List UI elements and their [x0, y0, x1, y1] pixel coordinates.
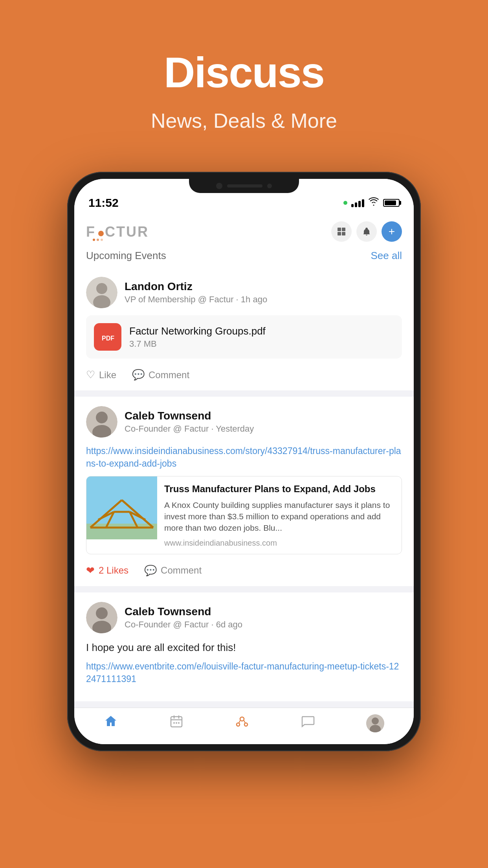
status-time: 11:52	[88, 196, 119, 210]
header-icons: +	[331, 221, 402, 242]
battery-icon	[383, 199, 400, 207]
see-all-button[interactable]: See all	[371, 250, 402, 262]
post-byline-2: Co-Founder @ Factur · Yesterday	[125, 424, 402, 434]
svg-rect-31	[171, 717, 182, 727]
plus-button[interactable]: +	[382, 221, 402, 242]
link-preview-2[interactable]: Truss Manufacturer Plans to Expand, Add …	[86, 476, 402, 554]
feed: Landon Ortiz VP of Membership @ Factur ·…	[74, 267, 414, 701]
pdf-attachment[interactable]: PDF Factur Networking Groups.pdf 3.7 MB	[86, 315, 402, 359]
post-byline-3: Co-Founder @ Factur · 6d ago	[125, 620, 402, 630]
green-dot	[343, 201, 347, 205]
svg-point-11	[96, 283, 107, 294]
phone-notch	[189, 179, 299, 193]
svg-rect-19	[86, 524, 157, 539]
link-preview-content: Truss Manufacturer Plans to Expand, Add …	[86, 476, 402, 554]
post-link-3[interactable]: https://www.eventbrite.com/e/louisville-…	[86, 660, 402, 685]
post-meta-1: Landon Ortiz VP of Membership @ Factur ·…	[125, 280, 402, 305]
heart-icon-1: ♡	[86, 369, 95, 381]
comment-button-1[interactable]: 💬 Comment	[132, 369, 189, 381]
comment-button-2[interactable]: 💬 Comment	[144, 565, 202, 577]
post-header-1: Landon Ortiz VP of Membership @ Factur ·…	[86, 277, 402, 308]
svg-point-38	[240, 717, 244, 721]
svg-point-36	[176, 722, 177, 724]
nav-profile[interactable]	[366, 714, 384, 732]
profile-avatar	[366, 714, 384, 732]
svg-text:F: F	[86, 224, 96, 240]
phone-mockup: 11:52	[67, 172, 421, 751]
post-actions-1: ♡ Like 💬 Comment	[86, 365, 402, 381]
post-header-2: Caleb Townsend Co-Founder @ Factur · Yes…	[86, 406, 402, 438]
avatar-caleb-1	[86, 406, 117, 438]
post-link-2[interactable]: https://www.insideindianabusiness.com/st…	[86, 445, 402, 470]
post-meta-2: Caleb Townsend Co-Founder @ Factur · Yes…	[125, 410, 402, 434]
signal-bar-2	[355, 202, 357, 207]
svg-point-1	[98, 231, 104, 236]
app-header: F CTUR	[74, 213, 414, 246]
signal-bar-1	[351, 204, 354, 207]
svg-point-44	[372, 717, 379, 725]
truss-image	[86, 476, 157, 539]
svg-point-39	[237, 723, 240, 726]
pdf-filename: Factur Networking Groups.pdf	[129, 325, 266, 337]
network-icon	[235, 714, 249, 732]
page-subtitle: News, Deals & More	[0, 109, 488, 132]
section-header: Upcoming Events See all	[74, 246, 414, 267]
link-preview-title-2: Truss Manufacturer Plans to Expand, Add …	[164, 483, 394, 495]
svg-text:CTUR: CTUR	[105, 224, 149, 240]
svg-line-41	[239, 721, 240, 723]
comment-label-2: Comment	[161, 565, 202, 576]
upcoming-events-label: Upcoming Events	[86, 250, 166, 262]
svg-point-35	[173, 722, 175, 724]
nav-calendar[interactable]	[169, 714, 183, 732]
post-header-3: Caleb Townsend Co-Founder @ Factur · 6d …	[86, 602, 402, 633]
post-actions-2: ❤ 2 Likes 💬 Comment	[86, 561, 402, 577]
post-card-1: Landon Ortiz VP of Membership @ Factur ·…	[74, 267, 414, 390]
home-icon	[104, 714, 118, 732]
post-author-3: Caleb Townsend	[125, 605, 402, 618]
svg-line-42	[244, 721, 245, 723]
heart-icon-2: ❤	[86, 565, 95, 577]
bell-button[interactable]	[356, 221, 377, 242]
svg-rect-7	[342, 228, 345, 231]
post-card-3: Caleb Townsend Co-Founder @ Factur · 6d …	[74, 592, 414, 701]
link-preview-domain-2: www.insideindianabusiness.com	[164, 539, 394, 548]
notch-camera	[216, 183, 222, 189]
nav-home[interactable]	[104, 714, 118, 732]
grid-button[interactable]	[331, 221, 352, 242]
nav-network[interactable]	[235, 714, 249, 732]
svg-point-40	[244, 723, 248, 726]
status-icons	[343, 197, 400, 208]
calendar-icon	[169, 714, 183, 732]
page-header: Discuss News, Deals & More	[0, 0, 488, 156]
signal-icon	[351, 199, 364, 207]
svg-point-5	[101, 239, 103, 241]
post-meta-3: Caleb Townsend Co-Founder @ Factur · 6d …	[125, 605, 402, 630]
svg-point-37	[178, 722, 180, 724]
link-preview-desc-2: A Knox County building supplies manufact…	[164, 499, 394, 534]
like-label-2: 2 Likes	[99, 565, 128, 576]
svg-point-16	[96, 412, 108, 423]
nav-discuss[interactable]	[301, 714, 315, 732]
link-preview-text-2: Truss Manufacturer Plans to Expand, Add …	[157, 476, 402, 554]
comment-icon-2: 💬	[144, 565, 157, 577]
svg-point-3	[93, 239, 95, 241]
avatar-landon	[86, 277, 117, 308]
avatar-caleb-2	[86, 602, 117, 633]
svg-text:PDF: PDF	[102, 335, 114, 342]
like-button-2[interactable]: ❤ 2 Likes	[86, 565, 128, 577]
signal-bar-4	[362, 199, 364, 207]
svg-rect-9	[342, 232, 345, 235]
post-byline-1: VP of Membership @ Factur · 1h ago	[125, 294, 402, 305]
page-title: Discuss	[0, 47, 488, 97]
like-button-1[interactable]: ♡ Like	[86, 369, 116, 381]
comment-icon-1: 💬	[132, 369, 145, 381]
notch-speaker	[227, 184, 262, 188]
svg-rect-6	[338, 228, 341, 231]
comment-label-1: Comment	[149, 370, 189, 381]
wifi-icon	[368, 197, 379, 208]
discuss-icon	[301, 714, 315, 732]
signal-bar-3	[358, 201, 361, 207]
svg-point-29	[96, 607, 108, 619]
svg-rect-8	[338, 232, 341, 235]
factur-logo-svg: F CTUR	[86, 222, 165, 241]
